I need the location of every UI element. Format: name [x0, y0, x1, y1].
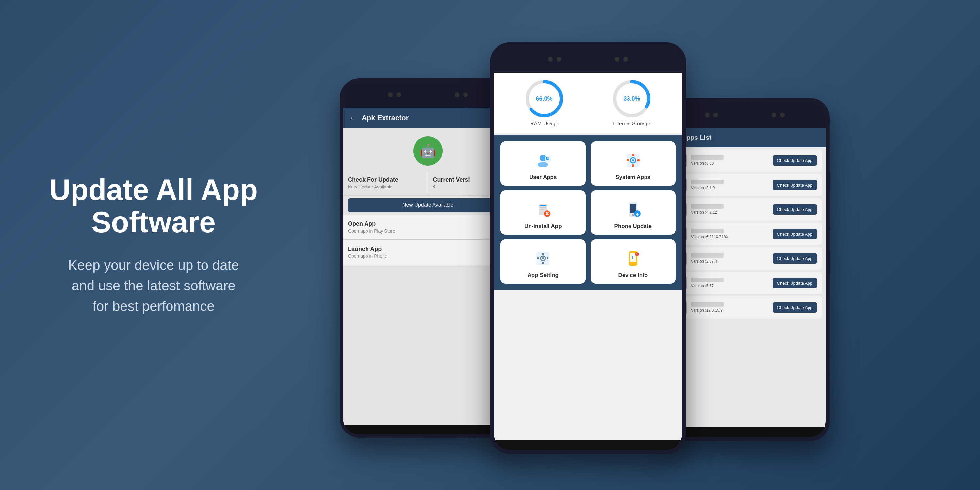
user-apps-label: User Apps	[529, 174, 557, 181]
hero-section: Update All App Software Keep your device…	[39, 174, 268, 317]
phone-left: ← Apk Extractor 🤖 Check For Update New U…	[340, 78, 516, 438]
app-name-bar	[691, 278, 724, 282]
cnotch	[565, 54, 611, 64]
phone-update-icon	[622, 199, 644, 220]
grid-item-user-apps[interactable]: User Apps	[500, 142, 586, 186]
check-update-label: Check For Update	[348, 177, 423, 183]
app-setting-icon	[533, 248, 554, 269]
svg-rect-16	[627, 159, 629, 161]
grid-item-device-info[interactable]: i! Device Info	[590, 239, 676, 283]
svg-rect-19	[540, 205, 546, 206]
svg-point-5	[538, 162, 548, 167]
phone-right-inner: ser Apps List 📱Version :3.60Check Update…	[664, 102, 826, 437]
list-item: 📱Version :6.2110.7183Check Update App	[668, 223, 822, 245]
storage-label: Internal Storage	[613, 121, 651, 127]
app-name-bar	[691, 204, 724, 209]
rdot3	[772, 113, 776, 117]
main-screen: 66.0% RAM Usage 33.0%	[494, 73, 682, 440]
dot2	[396, 92, 401, 97]
grid-item-app-setting[interactable]: App Setting	[500, 239, 586, 283]
check-update-app-btn[interactable]: Check Update App	[773, 205, 817, 215]
check-update-app-btn[interactable]: Check Update App	[773, 278, 817, 288]
phone-right-topbar	[664, 102, 826, 128]
svg-point-8	[547, 158, 549, 159]
cdot1	[548, 57, 553, 62]
svg-rect-35	[538, 258, 539, 259]
phone-update-label: Phone Update	[614, 223, 652, 230]
grid-item-system-apps[interactable]: System Apps	[590, 142, 676, 186]
list-item: 📱Version :12.0.15.9Check Update App	[668, 296, 822, 319]
dot3	[455, 92, 459, 97]
phone-right-screen: ser Apps List 📱Version :3.60Check Update…	[664, 128, 826, 427]
new-update-available-btn[interactable]: New Update Available	[348, 198, 508, 212]
rdot4	[780, 113, 785, 117]
app-name-bar	[691, 253, 724, 258]
dot4	[463, 92, 468, 97]
svg-rect-36	[547, 258, 549, 259]
svg-point-7	[546, 158, 547, 159]
ram-percent-text: 66.0%	[536, 95, 552, 102]
list-item: 📱Version :2.6.0Check Update App	[668, 174, 822, 196]
check-update-app-btn[interactable]: Check Update App	[773, 229, 817, 239]
app-version: Version :6.2110.7183	[691, 235, 728, 239]
open-app-row[interactable]: Open App Open app in Play Store	[343, 215, 513, 240]
launch-app-row[interactable]: Launch App Open app in Phone	[343, 240, 513, 265]
app-info: Version :4.2.12	[691, 204, 724, 215]
svg-point-10	[547, 159, 549, 161]
apk-screen: ← Apk Extractor 🤖 Check For Update New U…	[343, 108, 513, 425]
storage-circle: 33.0%	[612, 79, 651, 118]
apk-info-row: Check For Update New Update Available Cu…	[343, 170, 513, 196]
check-update-app-btn[interactable]: Check Update App	[773, 180, 817, 190]
svg-text:!: !	[636, 253, 637, 256]
app-info: Version :3.60	[691, 155, 724, 165]
storage-percent-text: 33.0%	[623, 95, 640, 102]
list-item: 📱Version :3.60Check Update App	[668, 149, 822, 172]
ram-label: RAM Usage	[530, 121, 558, 127]
cdot2	[557, 57, 561, 62]
grid-item-uninstall-app[interactable]: Un-install App	[500, 191, 586, 235]
app-info: Version :2.37.4	[691, 253, 724, 264]
svg-rect-34	[542, 262, 544, 264]
cdot4	[623, 57, 628, 62]
launch-app-label: Launch App	[348, 246, 508, 253]
svg-rect-33	[542, 253, 544, 255]
check-update-app-btn[interactable]: Check Update App	[773, 253, 817, 264]
phone-center-inner: 66.0% RAM Usage 33.0%	[494, 46, 682, 450]
app-list: 📱Version :3.60Check Update App📱Version :…	[664, 149, 826, 319]
android-icon: 🤖	[420, 143, 436, 159]
rdot2	[713, 113, 718, 117]
phones-container: ← Apk Extractor 🤖 Check For Update New U…	[333, 20, 954, 470]
app-name-bar	[691, 302, 724, 307]
main-grid: User Apps System Apps Un-i	[494, 135, 682, 290]
system-apps-label: System Apps	[616, 174, 651, 181]
check-update-cell: Check For Update New Update Available	[343, 170, 428, 195]
back-icon[interactable]: ←	[350, 114, 357, 122]
app-name-bar	[691, 155, 724, 160]
app-name-bar	[691, 180, 724, 184]
check-update-app-btn[interactable]: Check Update App	[773, 156, 817, 165]
svg-point-39	[632, 263, 634, 265]
svg-point-13	[632, 159, 634, 161]
device-info-icon: i!	[622, 248, 644, 269]
app-version: Version :12.0.15.9	[691, 308, 724, 313]
grid-item-phone-update[interactable]: Phone Update	[590, 191, 676, 235]
svg-rect-14	[632, 154, 634, 156]
new-update-sub: New Update Available	[348, 184, 423, 189]
app-info: Version :5.57	[691, 278, 724, 288]
app-info: Version :2.6.0	[691, 180, 724, 190]
phone-left-topbar	[343, 82, 513, 108]
list-screen: ser Apps List 📱Version :3.60Check Update…	[664, 128, 826, 427]
hero-subtitle: Keep your device up to dateand use the l…	[39, 255, 268, 317]
app-setting-label: App Setting	[528, 272, 558, 278]
hero-title: Update All App Software	[39, 174, 268, 239]
list-item: 📱Version :5.57Check Update App	[668, 272, 822, 294]
ram-circle: 66.0%	[525, 79, 564, 118]
apk-header-title: Apk Extractor	[362, 114, 409, 122]
svg-point-9	[546, 159, 547, 161]
cdot3	[615, 57, 619, 62]
open-app-sub: Open app in Play Store	[348, 228, 508, 234]
check-update-app-btn[interactable]: Check Update App	[773, 302, 817, 313]
list-header: ser Apps List	[664, 128, 826, 147]
phone-center-topbar	[494, 46, 682, 73]
app-name-bar	[691, 229, 724, 233]
